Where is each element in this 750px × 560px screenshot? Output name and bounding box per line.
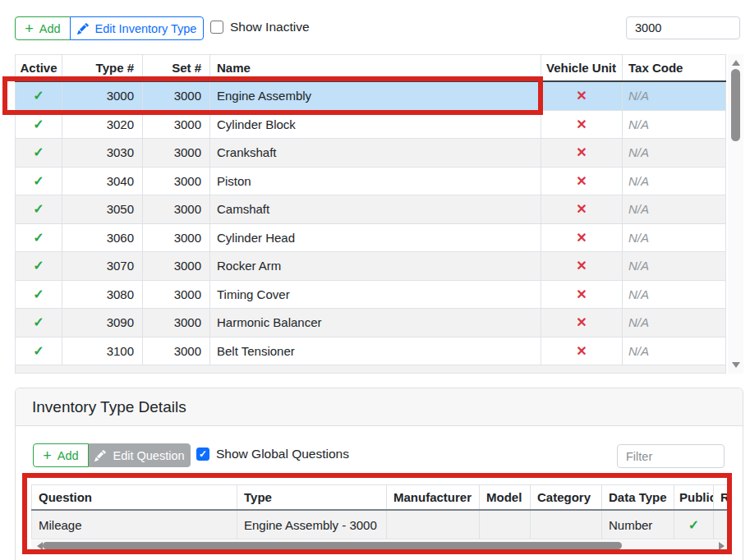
active-check-icon: ✓ [33,314,44,330]
show-inactive-label[interactable]: Show Inactive [230,20,310,34]
show-inactive-checkbox[interactable] [210,21,223,34]
vehicle-unit-cross-icon: ✕ [576,287,587,302]
vertical-scrollbar[interactable] [728,54,743,374]
tax-code-cell: N/A [622,195,726,223]
plus-icon: + [43,448,52,463]
tax-code-value: N/A [628,259,649,273]
table-row[interactable]: ✓30703000Rocker Arm✕N/A [15,252,726,281]
name-cell: Timing Cover [209,281,541,309]
vehicle-unit-cell: ✕ [541,281,622,309]
table-row[interactable]: ✓30903000Harmonic Balancer✕N/A [15,309,726,337]
active-cell: ✓ [15,309,62,337]
table-row[interactable]: ✓30303000Crankshaft✕N/A [15,139,726,168]
type-number-cell: 3040 [62,168,142,195]
question-filter-input[interactable] [617,444,725,468]
table-row[interactable]: ✓31003000Belt Tensioner✕N/A [15,337,726,366]
tax-code-cell: N/A [622,281,726,309]
type-cell: Engine Assembly - 3000 [237,511,386,539]
inventory-type-table: ActiveType #Set #NameVehicle UnitTax Cod… [15,54,726,374]
column-header-vehicle-unit: Vehicle Unit [541,55,622,80]
active-cell: ✓ [15,195,62,223]
name-cell: Belt Tensioner [209,337,541,365]
table-row[interactable]: ✓30203000Cylinder Block✕N/A [15,111,726,140]
active-check-icon: ✓ [33,287,44,302]
vehicle-unit-cross-icon: ✕ [576,201,587,217]
set-number-cell: 3000 [142,168,209,195]
active-check-icon: ✓ [33,173,44,189]
plus-icon: + [25,21,34,36]
table-row[interactable]: ✓30603000Cylinder Head✕N/A [15,224,726,253]
question-row[interactable]: MileageEngine Assembly - 3000Number✓ [31,511,727,539]
type-number-cell: 3020 [62,111,142,139]
column-header-name: Name [209,55,541,80]
table-row[interactable]: ✓30803000Timing Cover✕N/A [15,281,726,310]
public-check-icon: ✓ [688,517,699,533]
pencil-icon [94,450,106,461]
scrollbar-down-arrow-icon[interactable] [732,362,740,368]
show-global-questions-label[interactable]: Show Global Questions [216,447,349,461]
tax-code-value: N/A [628,202,649,216]
name-cell: Rocker Arm [209,252,541,280]
vertical-scrollbar-thumb[interactable] [731,69,740,141]
tax-code-cell: N/A [622,139,726,167]
type-number-cell: 3100 [62,337,142,365]
tax-code-value: N/A [628,287,649,301]
required-cell [713,511,727,539]
edit-question-button[interactable]: Edit Question [89,443,191,467]
tax-code-cell: N/A [622,111,726,139]
type-search-input[interactable] [626,16,740,39]
questions-table-header: QuestionTypeManufacturerModelCategoryDat… [31,484,727,511]
vehicle-unit-cell: ✕ [541,252,622,280]
questions-table: QuestionTypeManufacturerModelCategoryDat… [31,484,727,539]
name-cell: Harmonic Balancer [209,309,541,337]
name-cell: Piston [209,168,541,195]
edit-button-label: Edit Inventory Type [95,22,197,35]
set-number-cell: 3000 [142,281,209,309]
vehicle-unit-cell: ✕ [541,111,622,139]
add-inventory-type-button[interactable]: + Add [15,16,71,40]
vehicle-unit-cross-icon: ✕ [576,230,587,246]
active-cell: ✓ [15,337,62,365]
vehicle-unit-cell: ✕ [541,139,622,167]
table-row[interactable]: ✓30003000Engine Assembly✕N/A [15,82,726,111]
add-button-label: Add [39,22,61,35]
set-number-cell: 3000 [142,139,209,167]
set-number-cell: 3000 [142,195,209,223]
active-check-icon: ✓ [33,230,44,246]
add-question-button[interactable]: + Add [33,443,89,467]
show-global-questions-checkbox[interactable]: ✓ [196,448,209,461]
vehicle-unit-cell: ✕ [541,195,622,223]
active-cell: ✓ [15,139,62,167]
name-cell: Engine Assembly [209,82,541,110]
scrollbar-up-arrow-icon[interactable] [732,60,740,66]
vehicle-unit-cross-icon: ✕ [576,145,587,160]
active-check-icon: ✓ [33,88,44,103]
tax-code-cell: N/A [622,252,726,280]
public-cell: ✓ [674,511,713,539]
active-cell: ✓ [15,281,62,309]
vehicle-unit-cross-icon: ✕ [576,173,587,189]
model-cell [479,511,530,539]
active-check-icon: ✓ [33,145,44,160]
column-header-data-type: Data Type [601,485,674,509]
column-header-manufacturer: Manufacturer [386,485,479,509]
set-number-cell: 3000 [142,309,209,337]
vehicle-unit-cross-icon: ✕ [576,314,587,330]
add-question-label: Add [58,449,79,462]
scrollbar-right-arrow-icon[interactable] [719,542,725,550]
type-number-cell: 3070 [62,252,142,280]
table-row[interactable]: ✓30503000Camshaft✕N/A [15,195,726,224]
horizontal-scrollbar[interactable] [31,540,727,551]
scrollbar-left-arrow-icon[interactable] [37,542,43,550]
set-number-cell: 3000 [142,111,209,139]
tax-code-value: N/A [628,344,649,358]
type-number-cell: 3000 [62,82,142,110]
horizontal-scrollbar-thumb[interactable] [43,542,622,549]
column-header-question: Question [31,485,237,509]
table-row[interactable]: ✓30403000Piston✕N/A [15,168,726,196]
tax-code-value: N/A [628,174,649,188]
manufacturer-cell [386,511,479,539]
question-cell: Mileage [31,511,237,539]
edit-inventory-type-button[interactable]: Edit Inventory Type [70,16,204,40]
column-header-r: R [713,485,727,509]
